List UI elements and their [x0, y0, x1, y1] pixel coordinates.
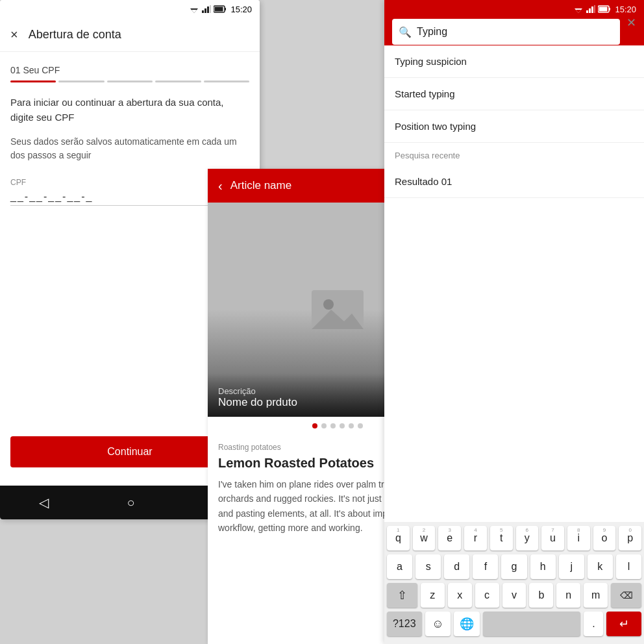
keyboard: q w e r t y u i o p a s d f g h j k l ⇧ [384, 522, 644, 644]
shift-key[interactable]: ⇧ [387, 583, 417, 608]
key-s[interactable]: s [415, 554, 441, 579]
key-y[interactable]: y [516, 526, 539, 551]
period-key[interactable]: . [584, 612, 603, 636]
article-name: Article name [230, 179, 291, 192]
signal-icon [202, 5, 211, 13]
keyboard-row-1: q w e r t y u i o p [387, 526, 641, 551]
svg-rect-16 [591, 6, 593, 13]
home-nav-icon[interactable]: ○ [127, 495, 134, 510]
battery-icon [214, 5, 227, 13]
key-w[interactable]: w [413, 526, 436, 551]
key-e[interactable]: e [438, 526, 461, 551]
svg-rect-8 [215, 7, 223, 12]
back-nav-icon[interactable]: ◁ [39, 495, 49, 510]
top-bar-left: × Abertura de conta [0, 18, 260, 52]
wifi-icon-right [573, 5, 584, 13]
key-v[interactable]: v [502, 583, 526, 608]
svg-marker-13 [576, 10, 581, 13]
key-f[interactable]: f [473, 554, 498, 579]
result-typing-suspicion[interactable]: Typing suspicion [384, 45, 644, 78]
result-position-typing[interactable]: Position two typing [384, 110, 644, 143]
dot-5 [349, 423, 354, 428]
delete-key[interactable]: ⌫ [611, 583, 641, 608]
dot-1 [312, 423, 317, 428]
right-panel: 15:20 🔍 Typing ✕ Typing suspicion Starte… [384, 0, 644, 644]
search-input[interactable]: Typing [417, 26, 613, 38]
key-t[interactable]: t [490, 526, 513, 551]
time-left: 15:20 [230, 5, 252, 14]
enter-key[interactable]: ↵ [606, 612, 641, 636]
placeholder-icon [312, 284, 364, 336]
key-k[interactable]: k [588, 554, 613, 579]
search-box[interactable]: 🔍 Typing [392, 19, 620, 45]
result-recent-1[interactable]: Resultado 01 [384, 166, 644, 198]
key-q[interactable]: q [387, 526, 410, 551]
search-results: Typing suspicion Started typing Position… [384, 45, 644, 198]
back-button[interactable]: ‹ [218, 179, 223, 193]
dot-4 [340, 423, 345, 428]
key-h[interactable]: h [530, 554, 556, 579]
svg-rect-17 [594, 5, 595, 13]
progress-5 [204, 80, 249, 82]
key-r[interactable]: r [464, 526, 487, 551]
svg-marker-1 [192, 10, 197, 13]
key-z[interactable]: z [421, 583, 445, 608]
battery-icon-right [598, 5, 611, 13]
svg-rect-7 [225, 8, 226, 10]
recent-header: Pesquisa recente [384, 143, 644, 166]
progress-bar [10, 80, 249, 82]
shift-icon: ⇧ [397, 588, 407, 602]
key-o[interactable]: o [593, 526, 616, 551]
key-m[interactable]: m [584, 583, 608, 608]
key-j[interactable]: j [559, 554, 584, 579]
space-key[interactable] [483, 612, 581, 636]
svg-rect-3 [204, 8, 206, 13]
key-i[interactable]: i [567, 526, 590, 551]
svg-rect-15 [589, 8, 591, 13]
keyboard-row-2: a s d f g h j k l [387, 554, 641, 579]
progress-2 [58, 80, 104, 82]
step-label: 01 Seu CPF [10, 65, 249, 75]
dot-2 [321, 423, 327, 428]
info-text: Seus dados serão salvos automaticamente … [10, 135, 249, 162]
svg-rect-2 [202, 10, 204, 13]
key-x[interactable]: x [448, 583, 472, 608]
page-title-left: Abertura de conta [29, 28, 121, 42]
progress-3 [107, 80, 153, 82]
key-a[interactable]: a [387, 554, 412, 579]
svg-rect-20 [599, 7, 608, 12]
key-l[interactable]: l [616, 554, 641, 579]
wifi-icon [189, 5, 199, 13]
globe-key[interactable]: 🌐 [454, 612, 480, 636]
status-icons-left [189, 5, 227, 13]
close-button[interactable]: × [10, 27, 18, 42]
time-right: 15:20 [615, 5, 636, 14]
key-c[interactable]: c [475, 583, 499, 608]
svg-rect-19 [609, 8, 610, 10]
status-bar-right: 15:20 [384, 0, 644, 18]
key-d[interactable]: d [444, 554, 469, 579]
signal-icon-right [586, 5, 595, 13]
search-icon: 🔍 [399, 26, 412, 38]
progress-1 [10, 80, 56, 82]
dot-6 [358, 423, 363, 428]
emoji-key[interactable]: ☺ [425, 612, 451, 636]
key-g[interactable]: g [501, 554, 526, 579]
svg-point-10 [323, 299, 334, 310]
dot-3 [330, 423, 336, 428]
svg-rect-5 [210, 5, 211, 13]
svg-rect-14 [586, 10, 588, 13]
result-started-typing[interactable]: Started typing [384, 78, 644, 110]
key-b[interactable]: b [529, 583, 553, 608]
key-p[interactable]: p [619, 526, 641, 551]
keyboard-row-4: ?123 ☺ 🌐 . ↵ [387, 612, 641, 636]
key-u[interactable]: u [541, 526, 564, 551]
keyboard-row-3: ⇧ z x c v b n m ⌫ [387, 583, 641, 608]
num-key[interactable]: ?123 [387, 612, 422, 636]
key-n[interactable]: n [556, 583, 580, 608]
progress-4 [155, 80, 201, 82]
description-text: Para iniciar ou continuar a abertura da … [10, 95, 249, 125]
status-bar-left: 15:20 [0, 0, 260, 18]
svg-rect-4 [207, 6, 209, 13]
